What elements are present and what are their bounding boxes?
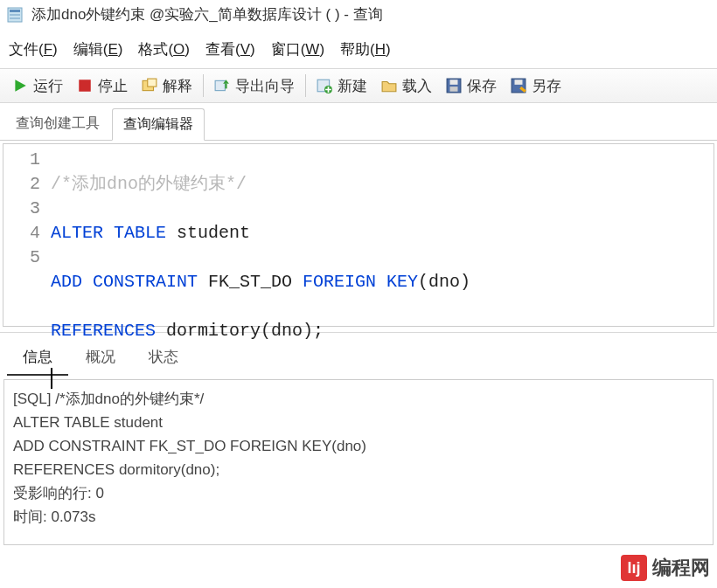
save-button[interactable]: 保存: [439, 73, 504, 100]
sql-keyword: ALTER TABLE: [51, 223, 177, 243]
load-button[interactable]: 载入: [374, 73, 439, 100]
line-number: 3: [3, 197, 40, 221]
svg-rect-5: [79, 80, 91, 92]
line-number: 1: [3, 148, 40, 172]
save-icon: [446, 78, 462, 93]
svg-rect-7: [148, 79, 157, 86]
menubar: 文件(F) 编辑(E) 格式(O) 查看(V) 窗口(W) 帮助(H): [0, 29, 717, 68]
sql-identifier: student: [177, 223, 250, 243]
menu-format[interactable]: 格式(O): [138, 39, 190, 59]
message-line: 受影响的行: 0: [13, 481, 704, 505]
explain-button[interactable]: 解释: [135, 73, 199, 100]
sql-identifier: (dno): [418, 272, 470, 292]
menu-edit[interactable]: 编辑(E): [73, 39, 123, 59]
sql-keyword: REFERENCES: [51, 321, 166, 341]
svg-rect-13: [450, 80, 458, 85]
tab-query-editor[interactable]: 查询编辑器: [112, 108, 205, 141]
stop-icon: [77, 78, 93, 93]
window-titlebar: 添加dno外键约束 @实验六_简单数据库设计 ( ) - 查询: [0, 0, 717, 29]
line-number: 5: [3, 246, 40, 270]
sql-identifier: dormitory(dno);: [166, 321, 324, 341]
svg-marker-4: [15, 80, 25, 92]
window-title: 添加dno外键约束 @实验六_简单数据库设计 ( ) - 查询: [31, 4, 383, 24]
folder-open-icon: [381, 78, 397, 93]
tab-query-builder[interactable]: 查询创建工具: [5, 108, 110, 140]
play-icon: [12, 78, 28, 93]
toolbar-separator: [305, 74, 306, 97]
line-number: 2: [3, 172, 40, 197]
menu-view[interactable]: 查看(V): [205, 39, 255, 59]
message-line: REFERENCES dormitory(dno);: [13, 458, 704, 481]
watermark-text: 编程网: [652, 555, 710, 581]
line-number-gutter: 1 2 3 4 5: [3, 144, 51, 326]
svg-rect-3: [10, 17, 20, 19]
sql-identifier: FK_ST_DO: [208, 272, 303, 292]
svg-rect-8: [215, 80, 225, 90]
menu-file[interactable]: 文件(F): [9, 39, 58, 59]
menu-window[interactable]: 窗口(W): [271, 39, 324, 59]
run-button[interactable]: 运行: [5, 73, 70, 100]
text-cursor: [51, 368, 52, 389]
watermark: lıj 编程网: [621, 555, 710, 581]
svg-rect-1: [10, 10, 20, 12]
svg-rect-16: [515, 80, 523, 85]
message-line: 时间: 0.073s: [13, 505, 704, 529]
stop-button[interactable]: 停止: [70, 73, 135, 100]
app-icon: [7, 7, 23, 23]
code-area[interactable]: /*添加dno的外键约束*/ ALTER TABLE student ADD C…: [51, 144, 470, 326]
export-icon: [214, 78, 230, 93]
svg-rect-2: [10, 14, 20, 16]
toolbar-separator: [203, 74, 204, 97]
line-number: 4: [3, 221, 40, 246]
explain-icon: [142, 78, 157, 93]
new-button[interactable]: 新建: [310, 73, 374, 100]
menu-help[interactable]: 帮助(H): [340, 39, 391, 59]
sql-keyword: ADD CONSTRAINT: [51, 272, 208, 292]
svg-rect-14: [450, 86, 458, 92]
sql-keyword: FOREIGN KEY: [303, 272, 418, 292]
save-as-icon: [511, 78, 526, 93]
svg-rect-9: [225, 84, 226, 89]
export-wizard-button[interactable]: 导出向导: [207, 73, 302, 100]
new-icon: [317, 78, 332, 93]
editor-tabs: 查询创建工具 查询编辑器: [0, 103, 717, 141]
code-comment: /*添加dno的外键约束*/: [51, 174, 247, 194]
save-as-button[interactable]: 另存: [504, 73, 568, 100]
watermark-logo-icon: lıj: [621, 555, 647, 581]
toolbar: 运行 停止 解释 导出向导 新建 载入 保存 另存: [0, 68, 717, 103]
sql-editor[interactable]: 1 2 3 4 5 /*添加dno的外键约束*/ ALTER TABLE stu…: [3, 143, 714, 327]
